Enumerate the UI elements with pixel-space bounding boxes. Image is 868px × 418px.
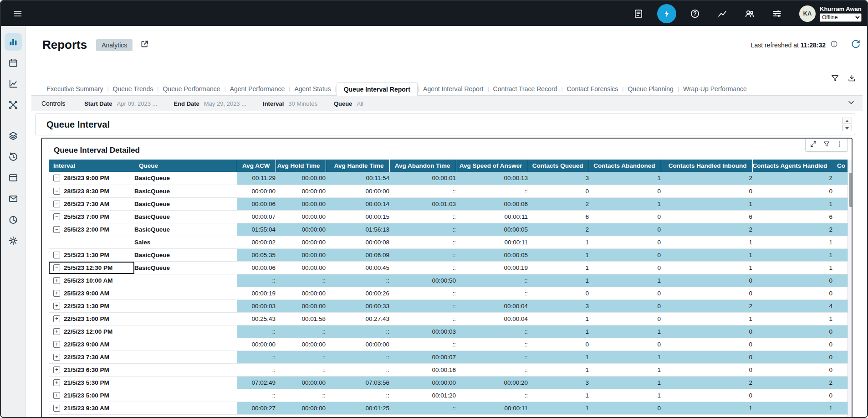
value-cell[interactable]: 00:01:20 <box>389 389 456 402</box>
value-cell[interactable]: :: <box>237 274 276 287</box>
column-header-contacts-handled-inbound[interactable]: Contacts Handled Inbound <box>661 160 752 172</box>
queue-cell[interactable] <box>134 312 237 325</box>
sidebar-item-metrics[interactable] <box>5 75 22 93</box>
value-cell[interactable] <box>832 312 848 325</box>
interval-cell[interactable]: −25/5/23 7:00 PM <box>49 210 134 223</box>
value-cell[interactable]: 00:00:07 <box>389 351 456 363</box>
interval-cell[interactable]: +22/5/23 1:00 PM <box>49 312 134 325</box>
value-cell[interactable]: 1 <box>589 197 661 210</box>
value-cell[interactable]: 1 <box>661 197 752 210</box>
value-cell[interactable]: 00:11:54 <box>326 172 389 185</box>
value-cell[interactable] <box>832 299 848 312</box>
value-cell[interactable]: :: <box>456 363 528 376</box>
queue-cell[interactable] <box>134 325 237 338</box>
value-cell[interactable]: 0 <box>752 325 832 338</box>
value-cell[interactable]: 1 <box>661 236 752 248</box>
value-cell[interactable]: 00:00:06 <box>237 197 276 210</box>
queue-cell[interactable]: BasicQueue <box>134 172 237 185</box>
value-cell[interactable]: 2 <box>752 172 832 185</box>
value-cell[interactable]: 00:00:11 <box>456 210 528 223</box>
value-cell[interactable]: :: <box>326 363 389 376</box>
column-header-queue[interactable]: Queue <box>134 160 237 172</box>
value-cell[interactable]: 0 <box>752 363 832 376</box>
value-cell[interactable] <box>832 274 848 287</box>
value-cell[interactable]: 0 <box>589 312 661 325</box>
value-cell[interactable]: 1 <box>752 197 832 210</box>
value-cell[interactable]: 00:00:08 <box>326 236 389 248</box>
scroll-down-button[interactable] <box>842 125 852 131</box>
value-cell[interactable]: 3 <box>528 172 589 185</box>
value-cell[interactable]: 00:00:06 <box>237 261 276 274</box>
status-select[interactable]: Offline <box>820 13 862 22</box>
value-cell[interactable]: 0 <box>589 287 661 299</box>
value-cell[interactable]: 00:00:14 <box>326 197 389 210</box>
column-header-interval[interactable]: Interval <box>49 160 134 172</box>
value-cell[interactable]: :: <box>389 338 456 351</box>
sidebar-item-reports[interactable] <box>5 33 22 51</box>
value-cell[interactable]: 00:11:29 <box>237 172 276 185</box>
collapse-controls-button[interactable] <box>847 98 855 108</box>
tab-queue-trends[interactable]: Queue Trends <box>109 82 158 95</box>
value-cell[interactable]: 2 <box>528 197 589 210</box>
value-cell[interactable]: 00:00:00 <box>389 376 456 389</box>
value-cell[interactable] <box>832 402 848 414</box>
interval-cell[interactable]: −25/5/23 12:30 PM <box>49 261 134 274</box>
interval-cell[interactable]: +25/5/23 9:00 AM <box>49 287 134 299</box>
column-header-contacts-agents-handled[interactable]: Contacts Agents Handled <box>752 160 832 172</box>
queue-cell[interactable] <box>134 402 237 414</box>
value-cell[interactable]: 4 <box>752 299 832 312</box>
tab-executive-summary[interactable]: Executive Summary <box>42 82 107 95</box>
value-cell[interactable]: 00:00:00 <box>276 236 326 248</box>
value-cell[interactable]: :: <box>326 325 389 338</box>
value-cell[interactable]: 1 <box>661 312 752 325</box>
value-cell[interactable]: 00:00:00 <box>276 210 326 223</box>
value-cell[interactable]: :: <box>276 274 326 287</box>
control-end-date[interactable]: End DateMay 29, 2023 ... <box>174 100 246 107</box>
value-cell[interactable]: 00:00:11 <box>456 236 528 248</box>
tab-agent-performance[interactable]: Agent Performance <box>226 82 289 95</box>
value-cell[interactable]: 0 <box>589 210 661 223</box>
tab-wrap-up-performance[interactable]: Wrap-Up Performance <box>679 82 751 95</box>
queue-cell[interactable] <box>134 363 237 376</box>
value-cell[interactable]: 07:03:56 <box>326 376 389 389</box>
value-cell[interactable]: 00:27:43 <box>326 312 389 325</box>
value-cell[interactable]: 00:00:00 <box>276 376 326 389</box>
queue-cell[interactable]: BasicQueue <box>134 261 237 274</box>
interval-cell[interactable]: +21/5/23 6:30 PM <box>49 363 134 376</box>
value-cell[interactable]: 2 <box>661 299 752 312</box>
value-cell[interactable]: 0 <box>589 248 661 261</box>
value-cell[interactable] <box>832 197 848 210</box>
value-cell[interactable]: 00:00:26 <box>326 287 389 299</box>
quick-actions-button[interactable] <box>657 4 676 23</box>
control-interval[interactable]: Interval30 Minutes <box>263 100 317 107</box>
value-cell[interactable]: 1 <box>661 248 752 261</box>
expand-row-button[interactable]: + <box>53 392 60 399</box>
value-cell[interactable]: 1 <box>528 248 589 261</box>
value-cell[interactable]: 2 <box>661 376 752 389</box>
value-cell[interactable] <box>832 351 848 363</box>
sidebar-item-messages[interactable] <box>5 190 22 207</box>
expand-row-button[interactable]: + <box>53 290 60 297</box>
column-header-contacts-abandoned[interactable]: Contacts Abandoned <box>589 160 661 172</box>
queue-cell[interactable] <box>134 351 237 363</box>
sidebar-item-workspaces[interactable] <box>5 169 22 186</box>
value-cell[interactable]: 00:00:33 <box>326 299 389 312</box>
value-cell[interactable]: :: <box>326 274 389 287</box>
value-cell[interactable]: 00:00:00 <box>276 299 326 312</box>
value-cell[interactable]: 1 <box>752 312 832 325</box>
notes-button[interactable] <box>630 5 647 22</box>
value-cell[interactable]: 0 <box>661 389 752 402</box>
value-cell[interactable]: 1 <box>589 172 661 185</box>
export-button[interactable] <box>848 74 856 84</box>
interval-cell[interactable]: +22/5/23 7:30 AM <box>49 351 134 363</box>
value-cell[interactable]: 00:01:03 <box>389 197 456 210</box>
value-cell[interactable]: :: <box>326 351 389 363</box>
column-header-avg-acw[interactable]: Avg ACW <box>237 160 276 172</box>
value-cell[interactable]: 00:01:58 <box>276 312 326 325</box>
value-cell[interactable]: 1 <box>589 274 661 287</box>
value-cell[interactable]: 1 <box>528 274 589 287</box>
value-cell[interactable]: 0 <box>661 351 752 363</box>
tab-agent-interval-report[interactable]: Agent Interval Report <box>419 82 487 95</box>
value-cell[interactable] <box>832 363 848 376</box>
column-header-avg-handle-time[interactable]: Avg Handle Time <box>326 160 389 172</box>
